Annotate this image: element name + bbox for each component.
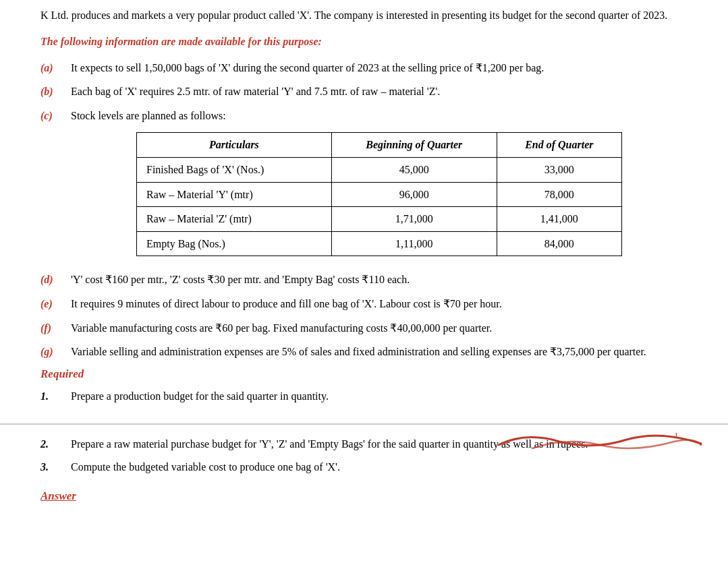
question-1-text: Prepare a production budget for the said… [71,388,688,405]
bottom-section: 1 2. Prepare a raw material purchase bud… [0,425,728,516]
row4-end: 84,000 [497,231,621,256]
col-header-end: End of Quarter [497,133,621,158]
row1-beginning: 45,000 [331,157,497,182]
question-2-label: 2. [40,436,71,453]
item-a: (a) It expects to sell 1,50,000 bags of … [40,59,688,77]
page-wrapper: K Ltd. produces and markets a very popul… [0,0,728,423]
answer-heading: Answer [40,487,76,505]
item-b-label: (b) [40,83,71,100]
table-row: Empty Bag (Nos.) 1,11,000 84,000 [137,231,622,256]
question-3-text: Compute the budgeted variable cost to pr… [71,458,688,476]
question-2: 2. Prepare a raw material purchase budge… [40,436,688,453]
row1-end: 33,000 [497,157,621,182]
row1-particulars: Finished Bags of 'X' (Nos.) [137,157,332,182]
item-b-text: Each bag of 'X' requires 2.5 mtr. of raw… [71,83,688,100]
item-a-text: It expects to sell 1,50,000 bags of 'X' … [71,59,688,77]
item-d-label: (d) [40,271,71,289]
col-header-particulars: Particulars [137,133,332,158]
row2-particulars: Raw – Material 'Y' (mtr) [137,182,332,207]
item-f: (f) Variable manufacturing costs are ₹60… [40,320,688,337]
item-d: (d) 'Y' cost ₹160 per mtr., 'Z' costs ₹3… [40,271,688,289]
row3-particulars: Raw – Material 'Z' (mtr) [137,207,332,232]
row4-particulars: Empty Bag (Nos.) [137,231,332,256]
intro-text: K Ltd. produces and markets a very popul… [40,7,688,24]
question-3: 3. Compute the budgeted variable cost to… [40,458,688,476]
item-c-text: Stock levels are planned as follows: [71,110,226,121]
row3-beginning: 1,71,000 [331,207,497,232]
item-c-label: (c) [40,107,71,125]
item-d-text: 'Y' cost ₹160 per mtr., 'Z' costs ₹30 pe… [71,271,688,289]
table-row: Raw – Material 'Z' (mtr) 1,71,000 1,41,0… [137,207,622,232]
row2-beginning: 96,000 [331,182,497,207]
question-1-label: 1. [40,388,71,405]
table-row: Raw – Material 'Y' (mtr) 96,000 78,000 [137,182,622,207]
item-c: (c) Stock levels are planned as follows:… [40,107,688,265]
col-header-beginning: Beginning of Quarter [331,133,497,158]
answer-section: Answer [40,481,688,505]
item-c-content: Stock levels are planned as follows: Par… [71,107,688,265]
item-b: (b) Each bag of 'X' requires 2.5 mtr. of… [40,83,688,100]
item-e-label: (e) [40,295,71,313]
question-3-label: 3. [40,458,71,476]
item-e-text: It requires 9 minutes of direct labour t… [71,295,688,313]
row4-beginning: 1,11,000 [331,231,497,256]
item-e: (e) It requires 9 minutes of direct labo… [40,295,688,313]
stock-table: Particulars Beginning of Quarter End of … [136,132,622,256]
item-g-label: (g) [40,343,71,361]
item-f-label: (f) [40,320,71,337]
row3-end: 1,41,000 [497,207,621,232]
row2-end: 78,000 [497,182,621,207]
item-f-text: Variable manufacturing costs are ₹60 per… [71,320,688,337]
required-heading: Required [40,367,688,381]
item-a-label: (a) [40,59,71,77]
question-2-text: Prepare a raw material purchase budget f… [71,436,688,453]
question-1: 1. Prepare a production budget for the s… [40,388,688,405]
item-g: (g) Variable selling and administration … [40,343,688,361]
section-heading: The following information are made avail… [40,34,688,50]
table-row: Finished Bags of 'X' (Nos.) 45,000 33,00… [137,157,622,182]
item-g-text: Variable selling and administration expe… [71,343,688,361]
